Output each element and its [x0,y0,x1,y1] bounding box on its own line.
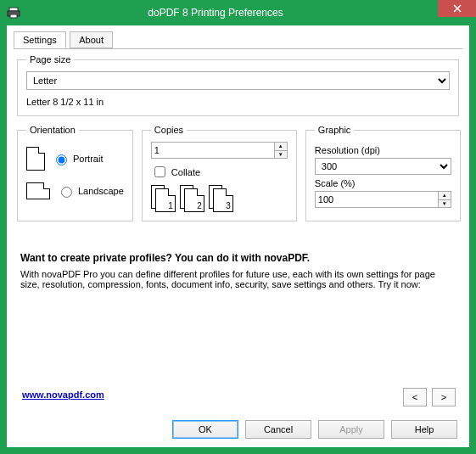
graphic-group: Graphic Resolution (dpi) 300 Scale (%) ▲… [305,125,461,221]
tab-strip: Settings About [14,31,462,49]
cancel-button[interactable]: Cancel [245,420,311,439]
orientation-legend: Orientation [26,125,79,135]
page-size-select[interactable]: Letter [26,71,450,90]
collate-preview-icon [151,185,288,212]
copies-legend: Copies [151,125,187,135]
scale-spinner[interactable]: ▲▼ [315,191,451,208]
collate-input[interactable] [154,166,165,177]
landscape-label: Landscape [78,186,124,196]
tab-content: Page size Letter Letter 8 1/2 x 11 in Or… [7,49,469,289]
page-size-group: Page size Letter Letter 8 1/2 x 11 in [17,54,459,116]
scale-label: Scale (%) [315,178,451,188]
copies-input[interactable] [151,142,274,159]
window-frame: doPDF 8 Printing Preferences Settings Ab… [0,0,476,454]
prev-button[interactable]: < [403,388,427,406]
portrait-radio-input[interactable] [56,154,67,165]
collate-label: Collate [171,167,200,177]
titlebar: doPDF 8 Printing Preferences [0,0,476,25]
portrait-page-icon [26,147,45,171]
orientation-group: Orientation Portrait Landscape [17,125,133,221]
portrait-label: Portrait [73,154,103,164]
page-size-dimensions: Letter 8 1/2 x 11 in [26,97,450,107]
landscape-page-icon [26,182,50,199]
copies-spin-buttons[interactable]: ▲▼ [274,142,288,159]
apply-button[interactable]: Apply [318,420,384,439]
next-button[interactable]: > [432,388,456,406]
tab-settings[interactable]: Settings [14,31,66,48]
page-size-legend: Page size [26,54,74,64]
close-button[interactable] [438,0,476,17]
resolution-select[interactable]: 300 [315,158,451,175]
promo-block: Want to create private profiles? You can… [20,252,456,289]
copies-group: Copies ▲▼ Collate [142,125,297,221]
promo-body: With novaPDF Pro you can define differen… [20,269,456,289]
dialog-buttons: OK Cancel Apply Help [172,420,457,439]
promo-link[interactable]: www.novapdf.com [22,390,104,400]
promo-headline: Want to create private profiles? You can… [20,252,456,264]
collate-checkbox[interactable]: Collate [151,164,288,180]
ok-button[interactable]: OK [172,420,238,439]
client-area: Settings About Page size Letter Letter 8… [7,25,469,447]
tab-about[interactable]: About [70,31,113,48]
scale-input[interactable] [315,191,438,208]
scale-spin-buttons[interactable]: ▲▼ [438,191,451,208]
window-title: doPDF 8 Printing Preferences [0,7,438,19]
copies-spinner[interactable]: ▲▼ [151,142,288,159]
landscape-radio[interactable]: Landscape [57,184,124,198]
resolution-label: Resolution (dpi) [315,145,451,155]
portrait-radio[interactable]: Portrait [52,152,103,165]
help-button[interactable]: Help [391,420,457,439]
landscape-radio-input[interactable] [61,187,72,198]
graphic-legend: Graphic [315,125,355,135]
